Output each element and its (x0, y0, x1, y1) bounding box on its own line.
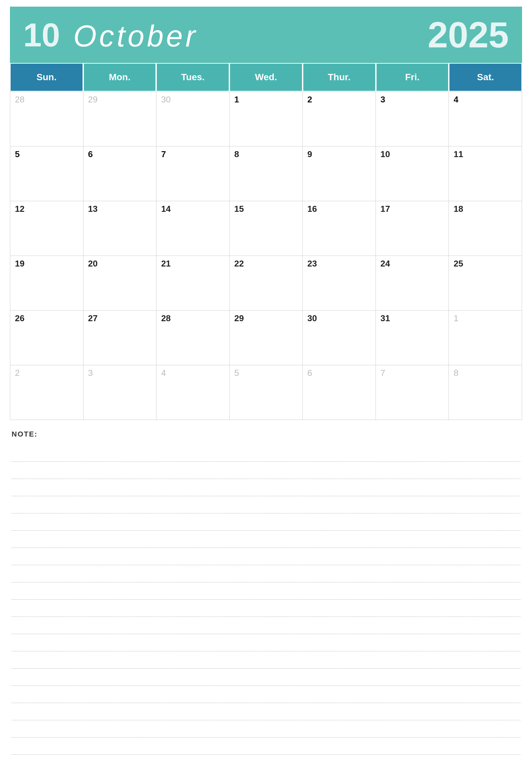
calendar-cell: 4 (449, 92, 522, 147)
header-left: 10 October (23, 18, 198, 51)
cell-day-number: 11 (453, 149, 463, 159)
cell-day-number: 1 (234, 94, 239, 104)
header-sunday: Sun. (10, 63, 83, 91)
cell-day-number: 30 (307, 313, 317, 323)
calendar-header: 10 October 2025 (10, 7, 522, 63)
note-line (12, 686, 520, 703)
cell-day-number: 29 (88, 94, 98, 104)
cell-day-number: 3 (88, 368, 93, 378)
cell-day-number: 29 (234, 313, 244, 323)
calendar-cell: 22 (230, 256, 303, 311)
note-lines (12, 444, 520, 770)
cell-day-number: 22 (234, 259, 244, 268)
month-name: October (73, 21, 198, 51)
note-line (12, 651, 520, 669)
cell-day-number: 6 (88, 149, 93, 159)
cell-day-number: 12 (15, 204, 25, 214)
calendar-cell: 15 (230, 201, 303, 256)
calendar-cell: 7 (156, 147, 230, 201)
cell-day-number: 24 (381, 259, 390, 268)
calendar-cell: 8 (449, 365, 522, 420)
calendar-cell: 17 (376, 201, 449, 256)
cell-day-number: 3 (381, 94, 385, 104)
calendar-cell: 3 (376, 92, 449, 147)
calendar-cell: 8 (230, 147, 303, 201)
calendar-cell: 26 (10, 311, 84, 365)
cell-day-number: 10 (381, 149, 390, 159)
note-line (12, 669, 520, 686)
cell-day-number: 23 (307, 259, 317, 268)
calendar-cell: 3 (84, 365, 157, 420)
calendar-cell: 5 (230, 365, 303, 420)
calendar-cell: 29 (84, 92, 157, 147)
note-line (12, 703, 520, 720)
calendar-cell: 24 (376, 256, 449, 311)
calendar-cell: 25 (449, 256, 522, 311)
note-line (12, 496, 520, 513)
month-number: 10 (23, 18, 60, 51)
note-line (12, 600, 520, 617)
note-section: NOTE: (10, 430, 522, 770)
calendar-cell: 1 (449, 311, 522, 365)
calendar-cell: 2 (303, 92, 376, 147)
cell-day-number: 7 (381, 368, 385, 378)
calendar-cell: 12 (10, 201, 84, 256)
calendar-cell: 6 (303, 365, 376, 420)
calendar-cell: 21 (156, 256, 230, 311)
note-line (12, 720, 520, 738)
cell-day-number: 4 (453, 94, 458, 104)
header-wednesday: Wed. (229, 63, 303, 91)
cell-day-number: 6 (307, 368, 312, 378)
cell-day-number: 13 (88, 204, 98, 214)
cell-day-number: 16 (307, 204, 317, 214)
header-tuesday: Tues. (156, 63, 229, 91)
cell-day-number: 17 (381, 204, 390, 214)
cell-day-number: 30 (161, 94, 171, 104)
header-monday: Mon. (83, 63, 156, 91)
cell-day-number: 31 (381, 313, 390, 323)
calendar-cell: 28 (156, 311, 230, 365)
calendar-cell: 13 (84, 201, 157, 256)
cell-day-number: 5 (15, 149, 20, 159)
day-headers: Sun. Mon. Tues. Wed. Thur. Fri. Sat. (10, 63, 522, 91)
note-line (12, 617, 520, 634)
cell-day-number: 8 (234, 149, 239, 159)
cell-day-number: 14 (161, 204, 171, 214)
calendar-cell: 23 (303, 256, 376, 311)
calendar-cell: 30 (156, 92, 230, 147)
cell-day-number: 15 (234, 204, 244, 214)
note-label: NOTE: (12, 430, 520, 439)
calendar-grid: 2829301234567891011121314151617181920212… (10, 91, 522, 420)
note-line (12, 462, 520, 479)
calendar-cell: 14 (156, 201, 230, 256)
note-line (12, 531, 520, 548)
cell-day-number: 5 (234, 368, 239, 378)
header-thursday: Thur. (303, 63, 376, 91)
calendar-cell: 30 (303, 311, 376, 365)
calendar-cell: 16 (303, 201, 376, 256)
calendar-cell: 2 (10, 365, 84, 420)
cell-day-number: 2 (15, 368, 20, 378)
calendar-cell: 6 (84, 147, 157, 201)
calendar-cell: 31 (376, 311, 449, 365)
note-line (12, 444, 520, 462)
calendar-cell: 18 (449, 201, 522, 256)
header-friday: Fri. (376, 63, 449, 91)
note-line (12, 513, 520, 531)
cell-day-number: 19 (15, 259, 25, 268)
note-line (12, 479, 520, 496)
cell-day-number: 1 (453, 313, 458, 323)
calendar-cell: 28 (10, 92, 84, 147)
note-line (12, 738, 520, 755)
calendar-cell: 20 (84, 256, 157, 311)
cell-day-number: 8 (453, 368, 458, 378)
cell-day-number: 9 (307, 149, 312, 159)
note-line (12, 565, 520, 582)
cell-day-number: 2 (307, 94, 312, 104)
calendar-cell: 10 (376, 147, 449, 201)
cell-day-number: 28 (15, 94, 25, 104)
calendar-cell: 9 (303, 147, 376, 201)
calendar-cell: 27 (84, 311, 157, 365)
cell-day-number: 25 (453, 259, 463, 268)
cell-day-number: 4 (161, 368, 166, 378)
